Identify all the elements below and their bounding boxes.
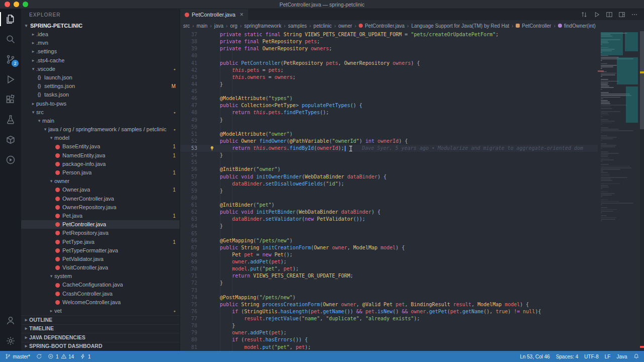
tree-item[interactable]: PetRepository.java <box>21 229 180 237</box>
code-line[interactable]: 45 <box>180 88 644 95</box>
code-line[interactable]: 67 public String initCreationForm(Owner … <box>180 244 644 251</box>
tree-item[interactable]: PetValidator.java <box>21 255 180 263</box>
sidebar-section-java-dependencies[interactable]: ▸JAVA DEPENDENCIES <box>21 333 180 342</box>
open-changes-icon[interactable] <box>581 11 588 18</box>
tree-item[interactable]: ▸.sts4-cache <box>21 56 180 65</box>
close-tab-icon[interactable]: × <box>240 11 244 18</box>
tree-item[interactable]: ▾src● <box>21 108 180 117</box>
toggle-layout-icon[interactable] <box>618 11 625 18</box>
code-line[interactable]: 74 @PostMapping("/pets/new") <box>180 294 644 301</box>
zoom-window-button[interactable] <box>23 2 28 7</box>
code-line[interactable]: 78 } <box>180 322 644 329</box>
code-line[interactable]: 44 } <box>180 81 644 88</box>
run-file-icon[interactable] <box>593 11 600 18</box>
breadcrumb-item[interactable]: java <box>214 23 223 29</box>
tree-item[interactable]: BaseEntity.java1 <box>21 142 180 151</box>
code-line[interactable]: 52 public Owner findOwner(@PathVariable(… <box>180 138 644 145</box>
code-line[interactable]: 65 <box>180 230 644 237</box>
code-line[interactable]: 71 return VIEWS_PETS_CREATE_OR_UPDATE_FO… <box>180 273 644 280</box>
tree-item[interactable]: package-info.java <box>21 160 180 168</box>
activity-item-explorer[interactable] <box>0 9 21 29</box>
activity-item-accounts[interactable] <box>0 311 21 331</box>
breadcrumb-item[interactable]: owner <box>339 23 352 29</box>
code-line[interactable]: 61 @InitBinder("pet") <box>180 202 644 209</box>
code-line[interactable]: 57 public void initOwnerBinder(WebDataBi… <box>180 173 644 180</box>
code-line[interactable]: 50 <box>180 124 644 131</box>
code-line[interactable]: 63 dataBinder.setValidator(new PetValida… <box>180 216 644 223</box>
code-line[interactable]: 42 this.pets = pets; <box>180 67 644 74</box>
code-line[interactable]: 56 @InitBinder("owner") <box>180 166 644 173</box>
tree-item[interactable]: ▸push-to-pws <box>21 100 180 108</box>
tree-item[interactable]: ▾system <box>21 272 180 281</box>
code-line[interactable]: 64 } <box>180 223 644 230</box>
tree-item[interactable]: Person.java1 <box>21 168 180 177</box>
breadcrumb-item[interactable]: Language Support for Java(TM) by Red Hat <box>411 23 509 29</box>
code-line[interactable]: 46 @ModelAttribute("types") <box>180 95 644 102</box>
tree-item[interactable]: {}tasks.json <box>21 90 180 99</box>
indentation-setting[interactable]: Spaces: 4 <box>556 354 578 359</box>
breadcrumb-item[interactable]: petclinic <box>313 23 332 29</box>
project-root[interactable]: ▾ SPRING-PETCLINIC <box>21 21 180 30</box>
code-line[interactable]: 77 result.rejectValue("name", "duplicate… <box>180 315 644 322</box>
code-line[interactable]: 47 public Collection<PetType> populatePe… <box>180 102 644 109</box>
activity-item-extensions[interactable] <box>0 89 21 110</box>
tree-item[interactable]: OwnerController.java <box>21 195 180 203</box>
code-line[interactable]: 54 } <box>180 152 644 159</box>
tab-petcontroller-java[interactable]: PetController.java × <box>180 9 248 20</box>
code-line[interactable]: 68 Pet pet = new Pet(); <box>180 251 644 258</box>
tree-item[interactable]: ▸.settings <box>21 47 180 56</box>
code-line[interactable]: 80 if (result.hasErrors()) { <box>180 336 644 343</box>
tree-item[interactable]: Pet.java1 <box>21 212 180 220</box>
code-line[interactable]: 39 private final OwnerRepository owners; <box>180 45 644 52</box>
bolt-indicator[interactable]: 1 <box>80 353 91 359</box>
tree-item[interactable]: ▾main <box>21 117 180 125</box>
tree-item[interactable]: ▸vet● <box>21 307 180 315</box>
breadcrumb-item[interactable]: org <box>230 23 237 29</box>
sidebar-section-outline[interactable]: ▸OUTLINE <box>21 315 180 324</box>
code-line[interactable]: 81 model.put("pet", pet); <box>180 344 644 351</box>
code-line[interactable]: 69 owner.addPet(pet); <box>180 258 644 265</box>
activity-item-search[interactable] <box>0 29 21 49</box>
sync-button[interactable] <box>36 353 42 359</box>
more-actions-icon[interactable] <box>631 11 638 18</box>
breadcrumb-item[interactable]: samples <box>288 23 306 29</box>
code-line[interactable]: 58 dataBinder.setDisallowedFields("id"); <box>180 180 644 188</box>
activity-item-java-projects[interactable] <box>0 130 21 150</box>
code-line[interactable]: 49 } <box>180 117 644 124</box>
breadcrumb-item[interactable]: springframework <box>244 23 281 29</box>
lightbulb-icon[interactable] <box>209 145 215 151</box>
problems-indicator[interactable]: 1 14 <box>48 353 74 359</box>
minimap[interactable] <box>598 31 640 351</box>
tree-item[interactable]: ▾owner <box>21 177 180 186</box>
code-line[interactable]: 37 private static final String VIEWS_PET… <box>180 31 644 38</box>
tree-item[interactable]: Owner.java1 <box>21 186 180 194</box>
breadcrumb-item[interactable]: PetController <box>516 23 551 29</box>
tree-item[interactable]: ▸.mvn <box>21 39 180 47</box>
notifications-bell[interactable] <box>633 353 639 359</box>
split-editor-icon[interactable] <box>606 11 613 18</box>
git-branch-indicator[interactable]: master* <box>5 353 30 359</box>
language-mode[interactable]: Java <box>616 354 627 359</box>
code-line[interactable]: 79 owner.addPet(pet); <box>180 329 644 336</box>
tree-item[interactable]: CrashController.java <box>21 290 180 298</box>
minimize-window-button[interactable] <box>14 2 19 7</box>
code-line[interactable]: 73 <box>180 287 644 294</box>
tree-item[interactable]: OwnerRepository.java <box>21 203 180 212</box>
tree-item[interactable]: CacheConfiguration.java <box>21 281 180 289</box>
code-line[interactable]: 51 @ModelAttribute("owner") <box>180 131 644 138</box>
code-line[interactable]: 66 @GetMapping("/pets/new") <box>180 237 644 244</box>
tree-item[interactable]: ▾java / org / springframework / samples … <box>21 125 180 134</box>
tree-item[interactable]: ▸.idea <box>21 30 180 39</box>
code-line[interactable]: 55 <box>180 159 644 166</box>
tree-item[interactable]: ▾model <box>21 134 180 142</box>
activity-item-testing[interactable] <box>0 110 21 130</box>
activity-item-live-share[interactable] <box>0 150 21 170</box>
sidebar-section-spring-boot-dashboard[interactable]: ▸SPRING-BOOT DASHBOARD <box>21 342 180 351</box>
tree-item[interactable]: PetType.java1 <box>21 238 180 246</box>
tree-item[interactable]: NamedEntity.java1 <box>21 151 180 160</box>
tree-item[interactable]: PetTypeFormatter.java <box>21 246 180 255</box>
activity-item-settings[interactable] <box>0 331 21 351</box>
tree-item[interactable]: {}launch.json <box>21 73 180 82</box>
code-line[interactable]: 75 public String processCreationForm(Own… <box>180 301 644 308</box>
breadcrumb-item[interactable]: main <box>197 23 208 29</box>
